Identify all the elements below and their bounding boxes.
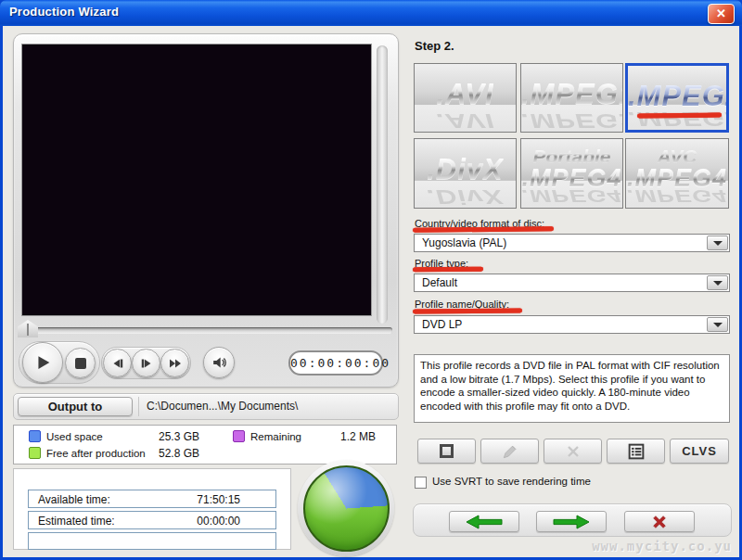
pencil-icon (501, 442, 519, 461)
format-portable-mpeg4-button[interactable]: Portable.MPEG4 .MPEG4 (520, 138, 623, 209)
window-title: Production Wizard (9, 5, 119, 19)
format-avi-button[interactable]: .AVI .AVI (414, 63, 517, 133)
clvs-button[interactable]: CLVS (670, 439, 729, 464)
profile-name-dropdown-button[interactable] (707, 317, 728, 332)
country-format-dropdown[interactable]: Yugoslavia (PAL) (414, 234, 730, 252)
mpeg2-annotation-underline (637, 113, 722, 119)
svrt-checkbox-label: Use SVRT to save rendering time (432, 476, 591, 487)
estimated-time-box: Estimated time: 00:00:00 (28, 511, 276, 529)
format-mpeg2-button[interactable]: .MPEG2 .MPEG2 (625, 63, 729, 133)
format-mpeg1-button[interactable]: .MPEG1 .MPEG1 (520, 63, 623, 133)
square-icon (440, 444, 454, 458)
empty-time-box (28, 532, 276, 550)
available-time-value: 71:50:15 (197, 493, 240, 506)
available-time-label: Available time: (38, 493, 110, 506)
volume-slider[interactable] (377, 45, 388, 324)
watermark-text: www.mycity.co.yu (592, 539, 732, 554)
free-space-swatch (29, 447, 41, 459)
previous-frame-icon (109, 355, 126, 372)
svrt-checkbox[interactable] (415, 477, 427, 489)
cancel-button[interactable] (624, 511, 695, 532)
next-arrow-icon (552, 515, 591, 529)
format-label-top: Portable (521, 146, 622, 166)
fast-forward-button[interactable] (160, 349, 189, 377)
profile-name-value: DVD LP (422, 318, 462, 331)
clvs-label: CLVS (682, 444, 717, 458)
country-dropdown-button[interactable] (707, 235, 728, 250)
timecode-display: 00:00:00:00 (288, 350, 383, 375)
format-reflection: .AVI (415, 108, 516, 132)
profile-type-annotation-underline (413, 267, 483, 273)
seek-slider-thumb[interactable] (18, 320, 38, 337)
chevron-down-icon (713, 241, 723, 246)
country-annotation-underline (413, 226, 554, 233)
close-button[interactable]: ✕ (708, 4, 735, 24)
cancel-x-icon (650, 513, 669, 531)
format-reflection: .MPEG4 (626, 185, 728, 206)
output-path[interactable]: C:\Documen...\My Documents\ (138, 397, 394, 416)
estimated-time-label: Estimated time: (38, 515, 115, 528)
profile-name-dropdown[interactable]: DVD LP (414, 315, 730, 334)
stop-button[interactable] (65, 348, 96, 378)
delete-profile-button[interactable] (544, 439, 602, 464)
legend-free-after-production: Free after production (29, 447, 146, 459)
estimated-time-value: 00:00:00 (197, 515, 240, 528)
previous-frame-button[interactable] (103, 349, 132, 377)
speaker-icon (210, 353, 228, 372)
play-icon (32, 352, 53, 373)
video-player: 00:00:00:00 (13, 33, 399, 388)
production-wizard-window: Production Wizard ✕ (0, 0, 742, 560)
step-label: Step 2. (415, 39, 454, 53)
legend-label: Used space (46, 431, 103, 442)
next-frame-icon (138, 355, 155, 372)
disk-pie-chart (303, 465, 390, 552)
legend-used-space: Used space (29, 430, 103, 442)
profile-name-annotation-underline (413, 308, 522, 313)
seek-slider-track[interactable] (21, 327, 392, 334)
dialog-body: 00:00:00:00 Output to C:\Documen...\My D… (3, 26, 739, 557)
fast-forward-icon (167, 355, 184, 372)
play-button[interactable] (22, 342, 63, 383)
profile-description: This profile records a DVD file in PAL f… (414, 354, 730, 423)
available-time-box: Available time: 71:50:15 (28, 490, 276, 508)
format-label: .AVI (415, 80, 516, 109)
video-preview (21, 44, 372, 316)
new-profile-button[interactable] (417, 439, 476, 464)
chevron-down-icon (713, 281, 723, 286)
next-button[interactable] (536, 511, 607, 532)
close-icon: ✕ (716, 6, 726, 20)
back-arrow-icon (465, 515, 504, 529)
chevron-down-icon (713, 323, 723, 327)
back-button[interactable] (449, 511, 519, 532)
navigation-bar (413, 503, 732, 537)
profile-details-button[interactable] (607, 439, 665, 464)
remaining-swatch (233, 430, 245, 442)
legend-label: Remaining (250, 431, 301, 442)
format-reflection: .MPEG4 (521, 185, 622, 206)
format-avc-mpeg4-button[interactable]: AVC.MPEG4 .MPEG4 (625, 138, 729, 209)
free-space-value: 52.8 GB (134, 447, 199, 460)
profile-type-value: Default (422, 276, 457, 289)
next-frame-button[interactable] (132, 349, 160, 377)
legend-remaining: Remaining (233, 430, 301, 442)
output-bar: Output to C:\Documen...\My Documents\ (13, 393, 399, 420)
time-summary-panel: Available time: 71:50:15 Estimated time:… (13, 468, 291, 550)
format-divx-button[interactable]: .DivX .DivX (414, 138, 517, 209)
format-reflection: .MPEG2 (628, 107, 726, 130)
mute-button[interactable] (203, 347, 235, 378)
format-reflection: .DivX (415, 185, 516, 208)
format-reflection: .MPEG1 (521, 108, 622, 132)
stop-icon (75, 358, 86, 369)
profile-type-dropdown-button[interactable] (707, 275, 728, 290)
legend-label: Free after production (46, 448, 146, 459)
details-list-icon (627, 443, 646, 460)
disk-space-panel: Used space 25.3 GB Remaining 1.2 MB Free… (13, 425, 397, 465)
used-space-value: 25.3 GB (134, 430, 199, 443)
used-space-swatch (29, 430, 41, 442)
output-to-button[interactable]: Output to (18, 397, 133, 416)
profile-type-dropdown[interactable]: Default (414, 274, 730, 292)
format-label-top: AVC (626, 146, 728, 166)
country-format-value: Yugoslavia (PAL) (422, 236, 506, 249)
edit-profile-button[interactable] (480, 439, 539, 464)
titlebar[interactable]: Production Wizard ✕ (0, 0, 742, 26)
